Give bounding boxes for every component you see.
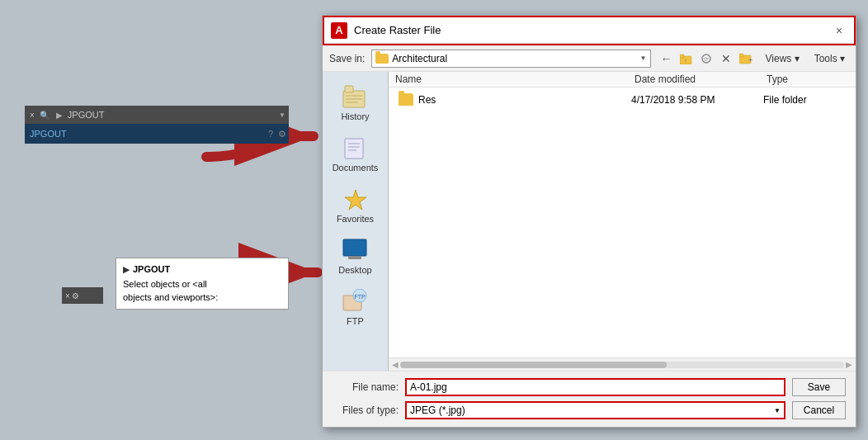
svg-marker-19 [345, 190, 366, 210]
dialog-toolbar: Save in: Architectural ▼ ← ↑ ⟳ ✕ [323, 45, 856, 72]
command-tooltip: ▶ JPGOUT Select objects or <all objects … [116, 258, 289, 310]
svg-text:FTP: FTP [354, 294, 366, 300]
tooltip-title: JPGOUT [133, 263, 170, 276]
folder-icon [375, 54, 389, 64]
history-icon [341, 83, 370, 110]
file-list-area: Name Date modified Type Res 4/17/2018 9:… [389, 72, 856, 371]
toolbar-separator: ▶ [56, 111, 63, 120]
tooltip-text: Select objects or <all objects and viewp… [123, 278, 281, 304]
up-folder-button[interactable]: ↑ [677, 50, 696, 68]
tools-label: Tools [814, 53, 837, 64]
horizontal-scrollbar[interactable]: ◀ ▶ [389, 357, 856, 371]
history-label: History [341, 111, 369, 121]
svg-rect-8 [739, 54, 743, 57]
favorites-icon [341, 186, 370, 212]
select-dropdown-arrow-icon: ▼ [774, 407, 781, 414]
svg-rect-15 [345, 139, 363, 158]
command-toolbar: × 🔍 ▶ JPGOUT ▼ [25, 106, 289, 124]
documents-icon [341, 135, 370, 161]
file-type: File folder [763, 94, 846, 106]
svg-text:+: + [748, 56, 752, 64]
dialog-footer: File name: Save Files of type: JPEG (*.j… [323, 371, 856, 426]
files-of-type-select[interactable]: JPEG (*.jpg) ▼ [405, 401, 785, 419]
delete-button[interactable]: ✕ [717, 50, 735, 68]
svg-text:⟳: ⟳ [704, 56, 709, 62]
tools-button[interactable]: Tools ▾ [810, 50, 849, 67]
svg-rect-21 [348, 256, 361, 259]
dialog-body: History Documents [323, 72, 856, 371]
ftp-icon: FTP [341, 288, 370, 315]
views-button[interactable]: Views ▾ [762, 50, 804, 67]
save-in-label: Save in: [329, 53, 365, 64]
tools-arrow-icon: ▾ [840, 53, 845, 64]
folder-icon [399, 93, 413, 106]
file-list-header: Name Date modified Type [389, 72, 856, 88]
mini-toolbar: × ⚙ [62, 287, 103, 304]
dialog-titlebar: A Create Raster File × [324, 17, 854, 44]
search-icon[interactable]: 🔍 [38, 111, 51, 120]
header-date[interactable]: Date modified [634, 73, 767, 85]
desktop-label: Desktop [338, 265, 371, 275]
file-name: Res [418, 94, 436, 106]
sidebar-item-desktop[interactable]: Desktop [327, 232, 384, 280]
sidebar-item-documents[interactable]: Documents [327, 130, 384, 177]
svg-rect-11 [345, 86, 353, 92]
back-button[interactable]: ← [658, 50, 676, 68]
desktop-icon [341, 237, 370, 263]
sidebar-item-history[interactable]: History [327, 78, 384, 126]
scroll-right-icon[interactable]: ▶ [844, 360, 854, 369]
dropdown-arrow-icon: ▼ [640, 54, 647, 62]
save-in-dropdown[interactable]: Architectural ▼ [371, 50, 650, 68]
cancel-button[interactable]: Cancel [792, 401, 846, 419]
dialog-sidebar: History Documents [323, 72, 389, 371]
ftp-label: FTP [347, 316, 364, 326]
close-icon[interactable]: × [28, 111, 36, 120]
file-name-label: File name: [333, 381, 399, 393]
table-row[interactable]: Res 4/17/2018 9:58 PM File folder [392, 91, 852, 108]
dialog-close-button[interactable]: × [831, 22, 847, 39]
svg-rect-3 [680, 54, 684, 58]
create-raster-file-dialog: A Create Raster File × Save in: Architec… [322, 15, 856, 428]
dialog-app-icon: A [331, 22, 347, 39]
file-name-input[interactable] [405, 378, 785, 396]
files-of-type-value: JPEG (*.jpg) [410, 405, 465, 416]
files-of-type-label: Files of type: [333, 405, 399, 416]
mini-close-icon[interactable]: × [65, 291, 70, 300]
documents-label: Documents [333, 163, 379, 173]
dialog-title: Create Raster File [354, 24, 831, 36]
file-name-cell: Res [399, 93, 631, 106]
dialog-titlebar-highlight: A Create Raster File × [323, 16, 856, 45]
svg-text:↑: ↑ [684, 58, 687, 64]
save-button[interactable]: Save [792, 378, 846, 396]
command-name-display: JPGOUT [68, 110, 277, 120]
header-name[interactable]: Name [395, 73, 634, 85]
views-label: Views [766, 53, 792, 64]
dropdown-arrow-icon: ▼ [279, 111, 285, 119]
views-arrow-icon: ▾ [795, 53, 800, 64]
file-list: Res 4/17/2018 9:58 PM File folder [389, 88, 856, 357]
command-input-row: JPGOUT ? ⚙ [25, 124, 289, 144]
settings-icon[interactable]: ⚙ [276, 129, 289, 140]
sidebar-item-favorites[interactable]: Favorites [327, 181, 384, 229]
scrollbar-track [400, 362, 844, 368]
refresh-button[interactable]: ⟳ [697, 50, 715, 68]
mini-settings-icon[interactable]: ⚙ [72, 291, 79, 300]
new-folder-button[interactable]: + [737, 50, 755, 68]
header-type[interactable]: Type [767, 73, 849, 85]
sidebar-item-ftp[interactable]: FTP FTP [327, 283, 384, 331]
favorites-label: Favorites [337, 214, 374, 224]
command-bar: × 🔍 ▶ JPGOUT ▼ JPGOUT ? ⚙ [25, 106, 289, 144]
help-circle-icon[interactable]: ? [266, 129, 276, 139]
file-name-row: File name: Save [333, 378, 846, 396]
scrollbar-thumb[interactable] [400, 362, 667, 368]
file-date: 4/17/2018 9:58 PM [631, 94, 763, 106]
play-icon: ▶ [123, 264, 130, 276]
scroll-left-icon[interactable]: ◀ [390, 360, 400, 369]
toolbar-icon-group: ← ↑ ⟳ ✕ + [658, 50, 755, 68]
tooltip-header: ▶ JPGOUT [123, 263, 281, 276]
command-prompt: JPGOUT [25, 129, 72, 139]
files-of-type-row: Files of type: JPEG (*.jpg) ▼ Cancel [333, 401, 846, 419]
svg-rect-20 [343, 239, 366, 256]
save-in-value: Architectural [392, 53, 636, 64]
